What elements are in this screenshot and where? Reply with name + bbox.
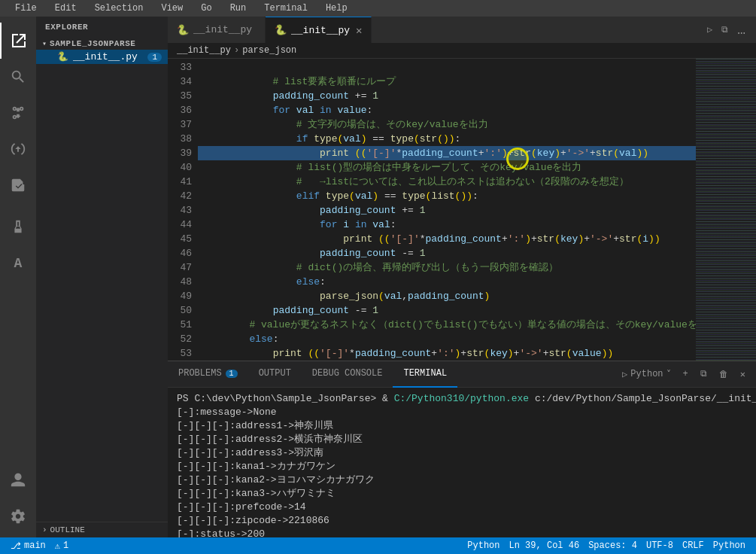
code-line-53: print (('[-]'*padding_count+':')+str(key… xyxy=(198,346,696,361)
language-label: Python xyxy=(713,540,745,551)
source-control-icon[interactable] xyxy=(0,95,36,131)
more-options-button[interactable]: … xyxy=(733,21,750,39)
run-button[interactable]: ▷ xyxy=(703,23,717,37)
close-panel-button[interactable]: ✕ xyxy=(736,367,750,382)
tab-icon-2: 🐍 xyxy=(275,24,287,36)
status-cursor-position[interactable]: Ln 39, Col 46 xyxy=(505,540,584,551)
status-bar: ⎇ main ⚠ 1 Python Ln 39, Col 46 Spaces: … xyxy=(0,537,756,554)
code-line-42: elif type(val) == type(list()): xyxy=(198,189,696,203)
panel: PROBLEMS 1 OUTPUT DEBUG CONSOLE TERMINAL xyxy=(168,361,756,537)
menu-selection[interactable]: Selection xyxy=(86,0,153,17)
add-terminal-button[interactable]: + xyxy=(679,367,693,381)
status-python-version[interactable]: Python xyxy=(463,540,504,551)
terminal-line-11: [-]:status->200 xyxy=(177,528,747,537)
tab-close-button[interactable]: ✕ xyxy=(356,24,362,37)
panel-actions: ▷ Python ˅ + ⧉ 🗑 xyxy=(618,367,756,382)
sidebar: EXPLORER ▾ SAMPLE_JSONPARSE 🐍 __init__.p… xyxy=(36,17,168,537)
eol-label: CRLF xyxy=(682,540,704,551)
debug-icon[interactable] xyxy=(0,131,36,167)
split-terminal-button[interactable]: ⧉ xyxy=(696,367,712,381)
menu-go[interactable]: Go xyxy=(192,0,220,17)
code-line-47: # dict()の場合、再帰的呼び出し（もう一段内部を確認） xyxy=(198,260,696,275)
extensions-icon[interactable] xyxy=(0,167,36,203)
code-line-36: for val in value: xyxy=(198,103,696,117)
outline-label: OUTLINE xyxy=(50,525,85,534)
terminal-line-7: [-][-][-]:kana2->ヨコハマシカナガワク xyxy=(177,473,747,487)
code-editor: 33 34 35 36 37 38 39 40 41 42 43 44 45 4… xyxy=(168,59,756,361)
breadcrumb-part2[interactable]: parse_json xyxy=(242,45,296,56)
tab-bar: 🐍 __init__py 🐍 __init__py ✕ ▷ ⧉ … xyxy=(168,17,756,43)
tab-label-1: __init__py xyxy=(193,24,252,35)
add-icon: + xyxy=(683,369,688,379)
code-line-43: padding_count += 1 xyxy=(198,203,696,218)
tab-inactive[interactable]: 🐍 __init__py xyxy=(168,17,266,43)
code-content[interactable]: # list要素を順番にループ padding_count += 1 for v… xyxy=(198,59,696,361)
outline-header[interactable]: › OUTLINE xyxy=(36,522,168,537)
code-line-40: # list()型の場合は中身をループして、そのkey/valueを出力 xyxy=(198,160,696,175)
menu-help[interactable]: Help xyxy=(317,0,357,17)
tab-actions: ▷ ⧉ … xyxy=(372,17,756,43)
top-bar: File Edit Selection View Go Run Terminal… xyxy=(0,0,756,17)
sidebar-bottom: › OUTLINE xyxy=(36,522,168,537)
code-line-37: # 文字列の場合は、そのkey/valueを出力 xyxy=(198,117,696,132)
line-numbers: 33 34 35 36 37 38 39 40 41 42 43 44 45 4… xyxy=(168,59,198,361)
code-line-52: else: xyxy=(198,332,696,346)
code-line-39: print (('[-]'*padding_count+':')+str(key… xyxy=(198,146,696,160)
dropdown-icon: ˅ xyxy=(666,369,671,380)
menu-file[interactable]: File xyxy=(6,0,46,17)
account-icon[interactable] xyxy=(0,462,36,498)
panel-tab-problems-label: PROBLEMS xyxy=(178,368,222,379)
panel-tab-output[interactable]: OUTPUT xyxy=(248,361,302,388)
status-branch[interactable]: ⎇ main xyxy=(6,540,50,552)
breadcrumb-sep: › xyxy=(234,45,239,56)
file-name: __init__.py xyxy=(73,51,138,62)
settings-icon[interactable] xyxy=(0,498,36,534)
minimap xyxy=(696,59,756,361)
outline-chevron: › xyxy=(42,525,47,534)
panel-tab-debug-console[interactable]: DEBUG CONSOLE xyxy=(302,361,393,388)
status-spaces[interactable]: Spaces: 4 xyxy=(584,540,642,551)
trash-terminal-button[interactable]: 🗑 xyxy=(715,367,733,382)
error-icon: ⚠ xyxy=(55,540,60,552)
status-right: Python Ln 39, Col 46 Spaces: 4 UTF-8 CRL… xyxy=(463,540,750,551)
run-icon: ▷ xyxy=(622,369,627,380)
editor-area: 🐍 __init__py 🐍 __init__py ✕ ▷ ⧉ … __init… xyxy=(168,17,756,537)
explorer-icon[interactable] xyxy=(0,23,36,59)
search-icon[interactable] xyxy=(0,59,36,95)
breadcrumb: __init__py › parse_json xyxy=(168,43,756,59)
menu-run[interactable]: Run xyxy=(221,0,256,17)
testing-icon[interactable] xyxy=(0,209,36,245)
sidebar-item-init[interactable]: 🐍 __init__.py 1 xyxy=(36,50,168,64)
activity-bar: A xyxy=(0,17,36,537)
status-errors[interactable]: ⚠ 1 xyxy=(50,540,73,552)
panel-tab-terminal[interactable]: TERMINAL xyxy=(393,361,457,388)
project-name: SAMPLE_JSONPARSE xyxy=(50,39,135,48)
spaces-label: Spaces: 4 xyxy=(588,540,637,551)
split-button[interactable]: ⧉ xyxy=(717,23,733,37)
status-encoding[interactable]: UTF-8 xyxy=(642,540,678,551)
tab-active[interactable]: 🐍 __init__py ✕ xyxy=(266,17,372,43)
code-line-51: # valueが更なるネストなく（dict()でもlist()でもない）単なる値… xyxy=(198,318,696,332)
status-language[interactable]: Python xyxy=(709,540,750,551)
project-header[interactable]: ▾ SAMPLE_JSONPARSE xyxy=(36,38,168,50)
menu-tabs: File Edit Selection View Go Run Terminal… xyxy=(6,0,357,17)
panel-tabs: PROBLEMS 1 OUTPUT DEBUG CONSOLE TERMINAL xyxy=(168,361,756,388)
python-selector[interactable]: ▷ Python ˅ xyxy=(618,367,675,382)
terminal-line-8: [-][-][-]:kana3->ハザワミナミ xyxy=(177,487,747,501)
code-line-34: # list要素を順番にループ xyxy=(198,75,696,89)
editor-panel-container: 33 34 35 36 37 38 39 40 41 42 43 44 45 4… xyxy=(168,59,756,537)
terminal-line-5: [-][-][-]:address3->羽沢南 xyxy=(177,446,747,460)
menu-edit[interactable]: Edit xyxy=(46,0,86,17)
sidebar-header: EXPLORER xyxy=(36,17,168,38)
tab-icon-1: 🐍 xyxy=(177,24,189,36)
problems-badge: 1 xyxy=(226,370,238,378)
terminal-content[interactable]: PS C:\dev\Python\Sample_JsonParse> & C:/… xyxy=(168,388,756,537)
breadcrumb-part1[interactable]: __init__py xyxy=(177,45,231,56)
menu-terminal[interactable]: Terminal xyxy=(255,0,317,17)
panel-tab-problems[interactable]: PROBLEMS 1 xyxy=(168,361,248,388)
branch-name: main xyxy=(24,540,46,551)
status-eol[interactable]: CRLF xyxy=(678,540,709,551)
menu-view[interactable]: View xyxy=(152,0,192,17)
branch-icon: ⎇ xyxy=(11,540,21,552)
search2-icon[interactable]: A xyxy=(0,245,36,282)
